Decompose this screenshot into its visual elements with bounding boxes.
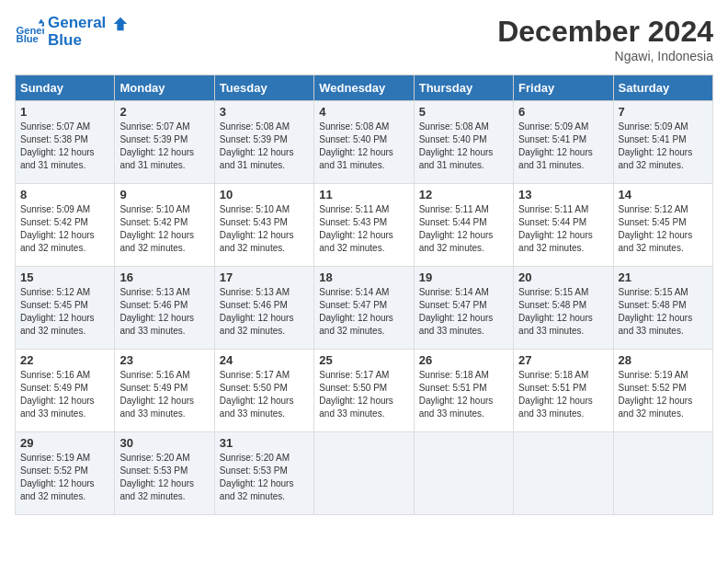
day-number: 8	[20, 188, 109, 201]
day-number: 21	[619, 270, 708, 284]
day-cell: 9 Sunrise: 5:10 AMSunset: 5:42 PMDayligh…	[115, 184, 214, 267]
day-number: 27	[518, 353, 608, 367]
day-info: Sunrise: 5:09 AMSunset: 5:41 PMDaylight:…	[619, 121, 708, 172]
day-info: Sunrise: 5:09 AMSunset: 5:42 PMDaylight:…	[20, 203, 109, 255]
day-cell: 27 Sunrise: 5:18 AMSunset: 5:51 PMDaylig…	[514, 350, 613, 432]
day-cell: 19 Sunrise: 5:14 AMSunset: 5:47 PMDaylig…	[414, 267, 513, 350]
day-info: Sunrise: 5:13 AMSunset: 5:46 PMDaylight:…	[119, 286, 209, 338]
day-info: Sunrise: 5:07 AMSunset: 5:38 PMDaylight:…	[20, 121, 109, 172]
day-cell: 20 Sunrise: 5:15 AMSunset: 5:48 PMDaylig…	[514, 267, 613, 350]
header-wednesday: Wednesday	[314, 75, 414, 101]
day-info: Sunrise: 5:16 AMSunset: 5:49 PMDaylight:…	[20, 369, 109, 420]
day-info: Sunrise: 5:17 AMSunset: 5:50 PMDaylight:…	[220, 369, 309, 420]
logo-icon: General Blue	[15, 17, 44, 47]
day-cell: 25 Sunrise: 5:17 AMSunset: 5:50 PMDaylig…	[314, 350, 414, 432]
day-info: Sunrise: 5:12 AMSunset: 5:45 PMDaylight:…	[619, 203, 708, 255]
day-cell: 11 Sunrise: 5:11 AMSunset: 5:43 PMDaylig…	[314, 184, 414, 267]
day-info: Sunrise: 5:18 AMSunset: 5:51 PMDaylight:…	[518, 369, 608, 420]
day-cell	[613, 432, 712, 515]
day-cell: 21 Sunrise: 5:15 AMSunset: 5:48 PMDaylig…	[613, 267, 712, 350]
day-cell: 24 Sunrise: 5:17 AMSunset: 5:50 PMDaylig…	[214, 350, 313, 432]
day-info: Sunrise: 5:10 AMSunset: 5:42 PMDaylight:…	[119, 203, 209, 255]
day-info: Sunrise: 5:11 AMSunset: 5:43 PMDaylight:…	[319, 203, 408, 255]
day-number: 6	[518, 105, 608, 119]
header-sunday: Sunday	[16, 75, 115, 101]
header-tuesday: Tuesday	[214, 75, 313, 101]
day-number: 31	[220, 436, 309, 450]
day-info: Sunrise: 5:08 AMSunset: 5:40 PMDaylight:…	[319, 121, 408, 172]
page-header: General Blue General Blue December 2024 …	[15, 15, 713, 63]
day-cell	[514, 432, 613, 515]
day-cell: 2 Sunrise: 5:07 AMSunset: 5:39 PMDayligh…	[115, 101, 214, 184]
day-cell: 15 Sunrise: 5:12 AMSunset: 5:45 PMDaylig…	[16, 267, 115, 350]
day-number: 5	[419, 105, 508, 119]
day-info: Sunrise: 5:16 AMSunset: 5:49 PMDaylight:…	[119, 369, 209, 420]
day-number: 18	[319, 270, 408, 284]
day-number: 26	[419, 353, 508, 367]
day-number: 29	[20, 436, 109, 450]
day-number: 22	[20, 353, 109, 367]
day-info: Sunrise: 5:19 AMSunset: 5:52 PMDaylight:…	[619, 369, 708, 420]
day-cell: 12 Sunrise: 5:11 AMSunset: 5:44 PMDaylig…	[414, 184, 513, 267]
calendar-table: SundayMondayTuesdayWednesdayThursdayFrid…	[15, 75, 713, 515]
day-cell: 22 Sunrise: 5:16 AMSunset: 5:49 PMDaylig…	[16, 350, 115, 432]
header-thursday: Thursday	[414, 75, 513, 101]
day-cell	[314, 432, 414, 515]
day-number: 3	[220, 105, 309, 119]
location: Ngawi, Indonesia	[497, 49, 713, 63]
day-info: Sunrise: 5:14 AMSunset: 5:47 PMDaylight:…	[319, 286, 408, 338]
day-cell: 29 Sunrise: 5:19 AMSunset: 5:52 PMDaylig…	[16, 432, 115, 515]
day-number: 10	[220, 188, 309, 201]
day-number: 7	[619, 105, 708, 119]
header-monday: Monday	[115, 75, 214, 101]
day-info: Sunrise: 5:15 AMSunset: 5:48 PMDaylight:…	[518, 286, 608, 338]
header-row: SundayMondayTuesdayWednesdayThursdayFrid…	[16, 75, 713, 101]
day-cell: 16 Sunrise: 5:13 AMSunset: 5:46 PMDaylig…	[115, 267, 214, 350]
day-cell: 23 Sunrise: 5:16 AMSunset: 5:49 PMDaylig…	[115, 350, 214, 432]
day-cell: 13 Sunrise: 5:11 AMSunset: 5:44 PMDaylig…	[514, 184, 613, 267]
day-cell: 17 Sunrise: 5:13 AMSunset: 5:46 PMDaylig…	[214, 267, 313, 350]
day-info: Sunrise: 5:17 AMSunset: 5:50 PMDaylight:…	[319, 369, 408, 420]
logo: General Blue General Blue	[15, 15, 129, 49]
title-block: December 2024 Ngawi, Indonesia	[497, 15, 713, 63]
day-number: 15	[20, 270, 109, 284]
day-info: Sunrise: 5:20 AMSunset: 5:53 PMDaylight:…	[119, 452, 209, 503]
logo-line2: Blue	[48, 32, 129, 50]
day-cell: 8 Sunrise: 5:09 AMSunset: 5:42 PMDayligh…	[16, 184, 115, 267]
day-cell: 7 Sunrise: 5:09 AMSunset: 5:41 PMDayligh…	[613, 101, 712, 184]
day-number: 19	[419, 270, 508, 284]
day-number: 17	[220, 270, 309, 284]
week-row-5: 29 Sunrise: 5:19 AMSunset: 5:52 PMDaylig…	[16, 432, 713, 515]
day-number: 30	[119, 436, 209, 450]
svg-text:Blue: Blue	[17, 33, 39, 44]
day-number: 9	[119, 188, 209, 201]
svg-marker-4	[114, 17, 127, 29]
day-cell: 10 Sunrise: 5:10 AMSunset: 5:43 PMDaylig…	[214, 184, 313, 267]
day-number: 20	[518, 270, 608, 284]
day-info: Sunrise: 5:13 AMSunset: 5:46 PMDaylight:…	[220, 286, 309, 338]
day-number: 13	[518, 188, 608, 201]
day-cell: 26 Sunrise: 5:18 AMSunset: 5:51 PMDaylig…	[414, 350, 513, 432]
day-cell: 6 Sunrise: 5:09 AMSunset: 5:41 PMDayligh…	[514, 101, 613, 184]
day-info: Sunrise: 5:10 AMSunset: 5:43 PMDaylight:…	[220, 203, 309, 255]
day-cell: 28 Sunrise: 5:19 AMSunset: 5:52 PMDaylig…	[613, 350, 712, 432]
day-info: Sunrise: 5:08 AMSunset: 5:40 PMDaylight:…	[419, 121, 508, 172]
header-saturday: Saturday	[613, 75, 712, 101]
day-info: Sunrise: 5:07 AMSunset: 5:39 PMDaylight:…	[119, 121, 209, 172]
day-info: Sunrise: 5:09 AMSunset: 5:41 PMDaylight:…	[518, 121, 608, 172]
day-cell: 31 Sunrise: 5:20 AMSunset: 5:53 PMDaylig…	[214, 432, 313, 515]
day-cell: 18 Sunrise: 5:14 AMSunset: 5:47 PMDaylig…	[314, 267, 414, 350]
day-cell: 14 Sunrise: 5:12 AMSunset: 5:45 PMDaylig…	[613, 184, 712, 267]
day-number: 12	[419, 188, 508, 201]
day-cell: 5 Sunrise: 5:08 AMSunset: 5:40 PMDayligh…	[414, 101, 513, 184]
month-title: December 2024	[497, 15, 713, 49]
day-number: 16	[119, 270, 209, 284]
week-row-4: 22 Sunrise: 5:16 AMSunset: 5:49 PMDaylig…	[16, 350, 713, 432]
day-info: Sunrise: 5:15 AMSunset: 5:48 PMDaylight:…	[619, 286, 708, 338]
day-cell: 3 Sunrise: 5:08 AMSunset: 5:39 PMDayligh…	[214, 101, 313, 184]
day-info: Sunrise: 5:18 AMSunset: 5:51 PMDaylight:…	[419, 369, 508, 420]
day-info: Sunrise: 5:14 AMSunset: 5:47 PMDaylight:…	[419, 286, 508, 338]
day-cell: 4 Sunrise: 5:08 AMSunset: 5:40 PMDayligh…	[314, 101, 414, 184]
day-info: Sunrise: 5:11 AMSunset: 5:44 PMDaylight:…	[419, 203, 508, 255]
week-row-2: 8 Sunrise: 5:09 AMSunset: 5:42 PMDayligh…	[16, 184, 713, 267]
